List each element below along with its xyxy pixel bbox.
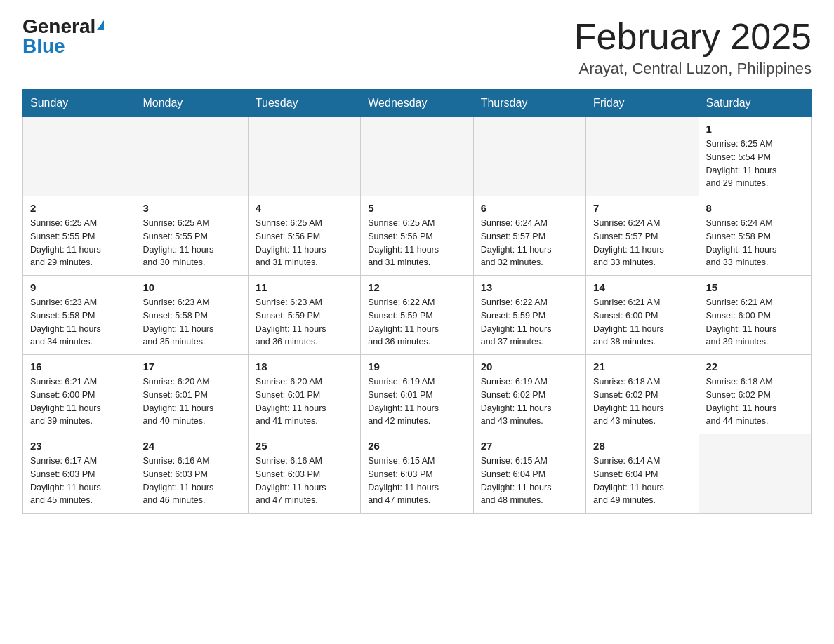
calendar-day-cell: 21Sunrise: 6:18 AMSunset: 6:02 PMDayligh…: [586, 355, 699, 434]
calendar-day-cell: 15Sunrise: 6:21 AMSunset: 6:00 PMDayligh…: [699, 276, 811, 355]
day-info: Sunrise: 6:15 AMSunset: 6:04 PMDaylight:…: [481, 455, 578, 507]
calendar-day-cell: 24Sunrise: 6:16 AMSunset: 6:03 PMDayligh…: [135, 434, 248, 514]
page-header: General Blue February 2025 Arayat, Centr…: [0, 0, 834, 89]
day-info: Sunrise: 6:17 AMSunset: 6:03 PMDaylight:…: [30, 455, 128, 507]
logo-general-text: General: [22, 17, 95, 36]
day-number: 28: [593, 440, 691, 452]
day-info: Sunrise: 6:25 AMSunset: 5:54 PMDaylight:…: [706, 137, 804, 190]
calendar-day-cell: 7Sunrise: 6:24 AMSunset: 5:57 PMDaylight…: [586, 196, 699, 276]
day-of-week-header: Thursday: [473, 90, 585, 117]
day-info: Sunrise: 6:23 AMSunset: 5:58 PMDaylight:…: [30, 296, 128, 349]
calendar-day-cell: [586, 117, 699, 196]
day-number: 3: [143, 202, 240, 214]
day-info: Sunrise: 6:20 AMSunset: 6:01 PMDaylight:…: [143, 375, 240, 428]
day-info: Sunrise: 6:22 AMSunset: 5:59 PMDaylight:…: [368, 296, 465, 349]
calendar-body: 1Sunrise: 6:25 AMSunset: 5:54 PMDaylight…: [23, 117, 812, 514]
calendar-day-cell: 8Sunrise: 6:24 AMSunset: 5:58 PMDaylight…: [699, 196, 811, 276]
day-info: Sunrise: 6:21 AMSunset: 6:00 PMDaylight:…: [593, 296, 691, 349]
day-info: Sunrise: 6:25 AMSunset: 5:56 PMDaylight:…: [368, 217, 465, 269]
calendar-day-cell: [699, 434, 811, 514]
calendar-day-cell: 22Sunrise: 6:18 AMSunset: 6:02 PMDayligh…: [699, 355, 811, 434]
calendar-day-cell: [23, 117, 135, 196]
day-info: Sunrise: 6:18 AMSunset: 6:02 PMDaylight:…: [706, 375, 804, 428]
day-of-week-header: Tuesday: [248, 90, 360, 117]
day-info: Sunrise: 6:19 AMSunset: 6:01 PMDaylight:…: [368, 375, 465, 428]
day-number: 20: [481, 361, 578, 373]
day-of-week-header: Monday: [135, 90, 248, 117]
day-info: Sunrise: 6:16 AMSunset: 6:03 PMDaylight:…: [256, 455, 353, 507]
calendar-day-cell: 16Sunrise: 6:21 AMSunset: 6:00 PMDayligh…: [23, 355, 135, 434]
day-number: 10: [143, 281, 240, 293]
calendar-day-cell: 4Sunrise: 6:25 AMSunset: 5:56 PMDaylight…: [248, 196, 360, 276]
day-number: 18: [256, 361, 353, 373]
day-number: 27: [481, 440, 578, 452]
day-number: 8: [706, 202, 804, 214]
calendar-week-row: 23Sunrise: 6:17 AMSunset: 6:03 PMDayligh…: [23, 434, 812, 514]
day-of-week-header: Saturday: [699, 90, 811, 117]
calendar-day-cell: [248, 117, 360, 196]
calendar-table: SundayMondayTuesdayWednesdayThursdayFrid…: [22, 89, 812, 514]
day-number: 23: [30, 440, 128, 452]
day-number: 22: [706, 361, 804, 373]
day-info: Sunrise: 6:22 AMSunset: 5:59 PMDaylight:…: [481, 296, 578, 349]
day-number: 16: [30, 361, 128, 373]
day-number: 2: [30, 202, 128, 214]
calendar-day-cell: 10Sunrise: 6:23 AMSunset: 5:58 PMDayligh…: [135, 276, 248, 355]
calendar-week-row: 16Sunrise: 6:21 AMSunset: 6:00 PMDayligh…: [23, 355, 812, 434]
day-number: 12: [368, 281, 465, 293]
calendar-day-cell: 20Sunrise: 6:19 AMSunset: 6:02 PMDayligh…: [473, 355, 585, 434]
day-info: Sunrise: 6:14 AMSunset: 6:04 PMDaylight:…: [593, 455, 691, 507]
day-of-week-header: Wednesday: [361, 90, 473, 117]
logo-triangle-icon: [97, 20, 104, 30]
calendar-day-cell: 23Sunrise: 6:17 AMSunset: 6:03 PMDayligh…: [23, 434, 135, 514]
day-info: Sunrise: 6:25 AMSunset: 5:55 PMDaylight:…: [30, 217, 128, 269]
day-number: 14: [593, 281, 691, 293]
calendar-day-cell: 2Sunrise: 6:25 AMSunset: 5:55 PMDaylight…: [23, 196, 135, 276]
calendar-day-cell: 26Sunrise: 6:15 AMSunset: 6:03 PMDayligh…: [361, 434, 473, 514]
day-info: Sunrise: 6:19 AMSunset: 6:02 PMDaylight:…: [481, 375, 578, 428]
day-number: 1: [706, 123, 804, 135]
day-info: Sunrise: 6:25 AMSunset: 5:56 PMDaylight:…: [256, 217, 353, 269]
logo-blue-text: Blue: [22, 36, 65, 56]
day-number: 15: [706, 281, 804, 293]
calendar-header: SundayMondayTuesdayWednesdayThursdayFrid…: [23, 90, 812, 117]
calendar-day-cell: 27Sunrise: 6:15 AMSunset: 6:04 PMDayligh…: [473, 434, 585, 514]
calendar-week-row: 9Sunrise: 6:23 AMSunset: 5:58 PMDaylight…: [23, 276, 812, 355]
day-number: 26: [368, 440, 465, 452]
calendar-day-cell: 1Sunrise: 6:25 AMSunset: 5:54 PMDaylight…: [699, 117, 811, 196]
calendar-day-cell: 28Sunrise: 6:14 AMSunset: 6:04 PMDayligh…: [586, 434, 699, 514]
calendar-day-cell: 17Sunrise: 6:20 AMSunset: 6:01 PMDayligh…: [135, 355, 248, 434]
day-info: Sunrise: 6:20 AMSunset: 6:01 PMDaylight:…: [256, 375, 353, 428]
day-number: 7: [593, 202, 691, 214]
day-number: 13: [481, 281, 578, 293]
calendar-day-cell: 12Sunrise: 6:22 AMSunset: 5:59 PMDayligh…: [361, 276, 473, 355]
day-info: Sunrise: 6:21 AMSunset: 6:00 PMDaylight:…: [706, 296, 804, 349]
month-title: February 2025: [574, 17, 812, 57]
logo: General Blue: [22, 17, 104, 56]
calendar-day-cell: 3Sunrise: 6:25 AMSunset: 5:55 PMDaylight…: [135, 196, 248, 276]
day-info: Sunrise: 6:25 AMSunset: 5:55 PMDaylight:…: [143, 217, 240, 269]
calendar-day-cell: 6Sunrise: 6:24 AMSunset: 5:57 PMDaylight…: [473, 196, 585, 276]
calendar-day-cell: 11Sunrise: 6:23 AMSunset: 5:59 PMDayligh…: [248, 276, 360, 355]
day-info: Sunrise: 6:16 AMSunset: 6:03 PMDaylight:…: [143, 455, 240, 507]
day-info: Sunrise: 6:15 AMSunset: 6:03 PMDaylight:…: [368, 455, 465, 507]
day-info: Sunrise: 6:24 AMSunset: 5:57 PMDaylight:…: [481, 217, 578, 269]
calendar-day-cell: [135, 117, 248, 196]
title-block: February 2025 Arayat, Central Luzon, Phi…: [574, 17, 812, 78]
days-of-week-row: SundayMondayTuesdayWednesdayThursdayFrid…: [23, 90, 812, 117]
day-info: Sunrise: 6:24 AMSunset: 5:58 PMDaylight:…: [706, 217, 804, 269]
day-number: 5: [368, 202, 465, 214]
day-info: Sunrise: 6:21 AMSunset: 6:00 PMDaylight:…: [30, 375, 128, 428]
day-number: 24: [143, 440, 240, 452]
day-number: 17: [143, 361, 240, 373]
day-number: 25: [256, 440, 353, 452]
calendar-day-cell: [473, 117, 585, 196]
day-info: Sunrise: 6:23 AMSunset: 5:59 PMDaylight:…: [256, 296, 353, 349]
day-info: Sunrise: 6:24 AMSunset: 5:57 PMDaylight:…: [593, 217, 691, 269]
day-number: 4: [256, 202, 353, 214]
day-number: 6: [481, 202, 578, 214]
calendar-week-row: 2Sunrise: 6:25 AMSunset: 5:55 PMDaylight…: [23, 196, 812, 276]
calendar-day-cell: 19Sunrise: 6:19 AMSunset: 6:01 PMDayligh…: [361, 355, 473, 434]
calendar-day-cell: 13Sunrise: 6:22 AMSunset: 5:59 PMDayligh…: [473, 276, 585, 355]
day-number: 9: [30, 281, 128, 293]
